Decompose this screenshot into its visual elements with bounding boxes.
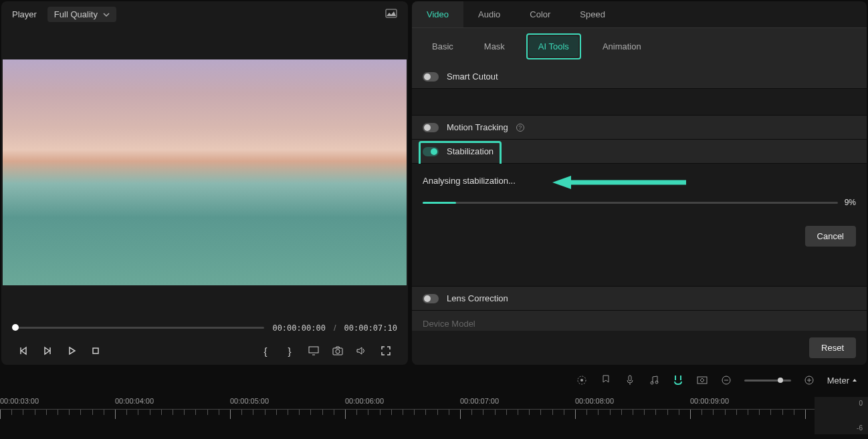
svg-rect-0	[386, 9, 397, 17]
tab-speed[interactable]: Speed	[565, 1, 620, 27]
triangle-up-icon	[852, 378, 857, 383]
smart-cutout-label: Smart Cutout	[447, 71, 498, 82]
meter-button[interactable]: Meter	[827, 376, 857, 386]
highlight-aitools: AI Tools	[526, 33, 581, 59]
subtab-mask[interactable]: Mask	[475, 36, 514, 57]
player-controls: 00:00:00:00 / 00:00:07:10 { }	[1, 317, 408, 365]
next-frame-button[interactable]	[41, 345, 53, 357]
meter-label: Meter	[827, 376, 849, 386]
timeline-ruler[interactable]: 00:00:03:0000:00:04:0000:00:05:0000:00:0…	[0, 394, 868, 434]
ruler-timecode: 00:00:03:00	[0, 397, 115, 405]
video-preview[interactable]	[3, 59, 407, 285]
volume-button[interactable]	[356, 345, 368, 357]
motion-tracking-label: Motion Tracking	[447, 122, 508, 132]
marker-icon[interactable]	[600, 374, 612, 386]
lens-correction-row: Lens Correction	[412, 287, 867, 311]
audio-meter: 0 -6	[815, 397, 868, 434]
landscape-icon[interactable]	[385, 9, 397, 20]
device-model-row: Device Model	[412, 311, 867, 331]
ruler-timecode: 00:00:07:00	[460, 397, 575, 405]
quality-select[interactable]: Full Quality	[47, 7, 116, 22]
timeline-zoom-slider[interactable]	[744, 380, 791, 382]
playhead-scrubber[interactable]	[12, 327, 264, 329]
tab-audio[interactable]: Audio	[463, 1, 515, 27]
play-button[interactable]	[66, 345, 78, 357]
zoom-out-icon[interactable]	[720, 374, 732, 386]
device-model-label: Device Model	[423, 319, 475, 329]
fullscreen-button[interactable]	[380, 345, 392, 357]
lens-correction-label: Lens Correction	[447, 293, 508, 303]
stabilization-toggle[interactable]	[423, 147, 439, 156]
ruler-timecode: 00:00:05:00	[230, 397, 345, 405]
properties-panel: Video Audio Color Speed Basic Mask AI To…	[412, 1, 867, 365]
voiceover-icon[interactable]	[624, 374, 636, 386]
meter-scale-0: 0	[859, 400, 863, 407]
tab-color[interactable]: Color	[515, 1, 565, 27]
stabilization-label: Stabilization	[447, 146, 494, 156]
top-tabs: Video Audio Color Speed	[412, 1, 867, 28]
stabilization-row: Stabilization	[412, 140, 867, 164]
current-time: 00:00:00:00	[272, 323, 325, 333]
duration-time: 00:00:07:10	[344, 323, 397, 333]
spacer-row	[412, 89, 867, 116]
svg-point-8	[580, 379, 583, 382]
player-label: Player	[12, 9, 37, 19]
render-icon[interactable]	[576, 374, 588, 386]
svg-point-4	[336, 349, 340, 353]
keyframe-icon[interactable]	[696, 374, 708, 386]
smart-cutout-row: Smart Cutout	[412, 65, 867, 89]
music-icon[interactable]	[648, 374, 660, 386]
arrow-annotation	[552, 174, 686, 190]
svg-rect-1	[93, 348, 98, 353]
timeline-toolbar: Meter	[0, 366, 868, 394]
player-panel: Player Full Quality 00:00:00:00 / 00:00:…	[1, 1, 408, 365]
subtab-basic[interactable]: Basic	[423, 36, 463, 57]
lens-correction-toggle[interactable]	[423, 294, 439, 303]
smart-cutout-toggle[interactable]	[423, 72, 439, 82]
tab-video[interactable]: Video	[412, 1, 463, 27]
motion-tracking-row: Motion Tracking ?	[412, 116, 867, 140]
svg-rect-2	[309, 347, 318, 353]
cancel-button[interactable]: Cancel	[805, 226, 856, 247]
stop-button[interactable]	[90, 345, 102, 357]
subtab-aitools[interactable]: AI Tools	[529, 36, 578, 57]
snapshot-button[interactable]	[332, 345, 344, 357]
svg-marker-6	[552, 176, 571, 189]
ruler-timecode: 00:00:08:00	[575, 397, 690, 405]
zoom-in-icon[interactable]	[803, 374, 815, 386]
progress-percent: 9%	[845, 198, 856, 207]
info-icon[interactable]: ?	[516, 124, 524, 132]
ruler-timecode: 00:00:06:00	[345, 397, 460, 405]
ruler-timecode: 00:00:09:00	[690, 397, 805, 405]
time-separator: /	[334, 323, 336, 333]
meter-scale-1: -6	[857, 424, 863, 432]
stabilization-progress	[423, 202, 838, 204]
mark-in-button[interactable]: {	[259, 345, 272, 357]
quality-value: Full Quality	[54, 9, 98, 19]
subtab-animation[interactable]: Animation	[593, 36, 651, 57]
spacer-row-2	[412, 260, 867, 287]
reset-button[interactable]: Reset	[809, 337, 856, 358]
mark-out-button[interactable]: }	[284, 345, 296, 357]
display-icon[interactable]	[308, 345, 320, 357]
prev-frame-button[interactable]	[17, 345, 29, 357]
stabilization-section: Analysing stabilization... 9% Cancel	[412, 164, 867, 260]
chevron-down-icon	[103, 11, 110, 18]
sub-tabs: Basic Mask AI Tools Animation	[412, 28, 867, 65]
svg-rect-9	[629, 376, 631, 381]
ruler-timecode: 00:00:04:00	[115, 397, 230, 405]
stabilization-status: Analysing stabilization...	[423, 176, 516, 186]
motion-tracking-toggle[interactable]	[423, 123, 439, 132]
auto-beat-icon[interactable]	[672, 374, 684, 386]
